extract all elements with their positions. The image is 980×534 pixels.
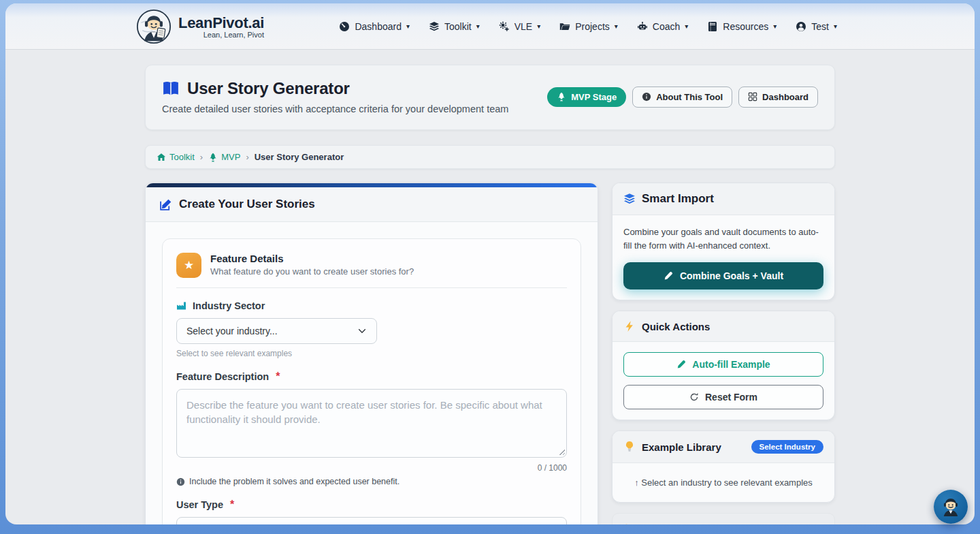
feature-description-textarea[interactable] bbox=[176, 389, 567, 458]
nav-item-dashboard[interactable]: Dashboard bbox=[332, 16, 416, 37]
nav-item-resources[interactable]: Resources bbox=[700, 16, 783, 37]
assistant-mascot-fab[interactable] bbox=[934, 490, 968, 524]
nav-item-test-user[interactable]: Test bbox=[789, 16, 844, 37]
chevron-down-icon bbox=[476, 22, 480, 30]
example-library-title: Example Library bbox=[642, 441, 721, 453]
home-icon bbox=[157, 153, 166, 162]
breadcrumb-separator bbox=[200, 152, 203, 162]
breadcrumb-mvp-label: MVP bbox=[221, 152, 240, 162]
nav-label: VLE bbox=[514, 21, 532, 32]
about-this-tool-label: About This Tool bbox=[656, 92, 723, 102]
feature-details-badge bbox=[176, 253, 201, 278]
speedometer-icon bbox=[339, 21, 350, 32]
info-circle-icon bbox=[176, 477, 185, 486]
chevron-down-icon bbox=[537, 22, 540, 30]
example-library-empty-text: Select an industry to see relevant examp… bbox=[641, 477, 812, 488]
chevron-down-icon bbox=[685, 22, 688, 30]
autofill-example-button[interactable]: Auto-fill Example bbox=[623, 352, 823, 377]
description-helper: Include the problem it solves and expect… bbox=[189, 477, 399, 486]
industry-select-value: Select your industry... bbox=[186, 326, 278, 336]
pen-icon bbox=[676, 360, 686, 369]
info-circle-icon bbox=[642, 92, 651, 101]
chevron-down-icon bbox=[406, 22, 410, 30]
chevron-down-icon bbox=[834, 22, 837, 30]
smart-import-title: Smart Import bbox=[642, 192, 714, 206]
gears-icon bbox=[499, 21, 510, 32]
section-subtitle: What feature do you want to create user … bbox=[210, 266, 414, 277]
app-frame: LeanPivot.ai Lean, Learn, Pivot Dashboar… bbox=[5, 3, 975, 524]
required-mark: * bbox=[276, 371, 280, 383]
breadcrumb-toolkit-link[interactable]: Toolkit bbox=[157, 152, 195, 162]
dashboard-button-label: Dashboard bbox=[762, 92, 808, 102]
nav-item-toolkit[interactable]: Toolkit bbox=[422, 16, 487, 37]
rocket-icon bbox=[208, 153, 218, 162]
about-this-tool-button[interactable]: About This Tool bbox=[632, 87, 732, 108]
lightbulb-icon bbox=[622, 524, 631, 524]
book-icon bbox=[707, 21, 718, 32]
mvp-stage-button[interactable]: MVP Stage bbox=[547, 87, 626, 107]
page-subtitle: Create detailed user stories with accept… bbox=[162, 104, 508, 114]
mvp-stage-label: MVP Stage bbox=[571, 92, 617, 102]
chevron-down-icon bbox=[357, 326, 367, 336]
example-library-card: Example Library Select Industry ↑ Select… bbox=[612, 430, 835, 503]
nav-label: Coach bbox=[653, 21, 680, 32]
brand-name: LeanPivot.ai bbox=[178, 14, 264, 32]
pencil-square-icon bbox=[159, 198, 172, 211]
chevron-down-icon bbox=[773, 22, 777, 30]
user-type-label: User Type bbox=[176, 499, 223, 510]
breadcrumb-separator bbox=[246, 152, 248, 162]
industry-select[interactable]: Select your industry... bbox=[176, 318, 377, 344]
section-title: Feature Details bbox=[210, 253, 414, 264]
breadcrumb: Toolkit MVP User Story Generator bbox=[145, 145, 835, 169]
nav-item-coach[interactable]: Coach bbox=[630, 16, 696, 37]
select-industry-badge[interactable]: Select Industry bbox=[751, 440, 823, 454]
page-title: User Story Generator bbox=[187, 79, 350, 98]
stack-icon bbox=[429, 21, 440, 32]
star-icon bbox=[184, 260, 194, 271]
top-navbar: LeanPivot.ai Lean, Learn, Pivot Dashboar… bbox=[5, 3, 975, 50]
layers-icon bbox=[623, 193, 636, 205]
person-circle-icon bbox=[796, 21, 806, 32]
char-counter: 0 / 1000 bbox=[176, 463, 567, 473]
grid-icon bbox=[748, 92, 757, 101]
autofill-example-label: Auto-fill Example bbox=[692, 359, 770, 370]
feature-description-label: Feature Description bbox=[176, 371, 269, 382]
mascot-logo-icon bbox=[136, 9, 172, 44]
breadcrumb-mvp-link[interactable]: MVP bbox=[208, 152, 240, 162]
form-card-title: Create Your User Stories bbox=[179, 198, 315, 211]
smart-import-card: Smart Import Combine your goals and vaul… bbox=[612, 183, 835, 300]
nav-label: Projects bbox=[575, 21, 610, 32]
industry-helper: Select to see relevant examples bbox=[176, 349, 567, 358]
reset-form-button[interactable]: Reset Form bbox=[623, 385, 823, 409]
tips-card: Tips: Focus on user value, not implement… bbox=[612, 513, 835, 524]
pen-icon bbox=[664, 271, 673, 281]
user-type-input[interactable] bbox=[176, 517, 567, 524]
combine-goals-vault-label: Combine Goals + Vault bbox=[680, 270, 783, 281]
breadcrumb-current: User Story Generator bbox=[255, 152, 344, 162]
industry-sector-label: Industry Sector bbox=[193, 300, 265, 311]
rocket-icon bbox=[557, 92, 566, 101]
quick-actions-title: Quick Actions bbox=[642, 321, 710, 332]
up-arrow-icon: ↑ bbox=[634, 477, 639, 488]
main-nav: Dashboard Toolkit VLE Projects bbox=[332, 16, 844, 37]
feature-details-section: Feature Details What feature do you want… bbox=[162, 238, 581, 524]
factory-icon bbox=[176, 300, 187, 311]
tips-label: Tips: bbox=[633, 524, 653, 524]
lightning-icon bbox=[623, 320, 636, 332]
nav-label: Test bbox=[811, 21, 829, 32]
chevron-down-icon bbox=[615, 22, 618, 30]
dashboard-button[interactable]: Dashboard bbox=[738, 87, 818, 108]
nav-label: Resources bbox=[723, 21, 768, 32]
reset-form-label: Reset Form bbox=[705, 392, 757, 403]
robot-icon bbox=[637, 21, 648, 32]
nav-label: Dashboard bbox=[355, 21, 402, 32]
book-open-icon bbox=[162, 80, 180, 97]
brand-tagline: Lean, Learn, Pivot bbox=[203, 31, 264, 39]
breadcrumb-toolkit-label: Toolkit bbox=[169, 152, 195, 162]
nav-item-projects[interactable]: Projects bbox=[553, 16, 625, 37]
brand-logo[interactable]: LeanPivot.ai Lean, Learn, Pivot bbox=[136, 9, 264, 44]
nav-item-vle[interactable]: VLE bbox=[492, 16, 548, 37]
combine-goals-vault-button[interactable]: Combine Goals + Vault bbox=[623, 262, 823, 289]
quick-actions-card: Quick Actions Auto-fill Example Reset Fo… bbox=[612, 311, 835, 420]
folder-icon bbox=[559, 21, 570, 32]
